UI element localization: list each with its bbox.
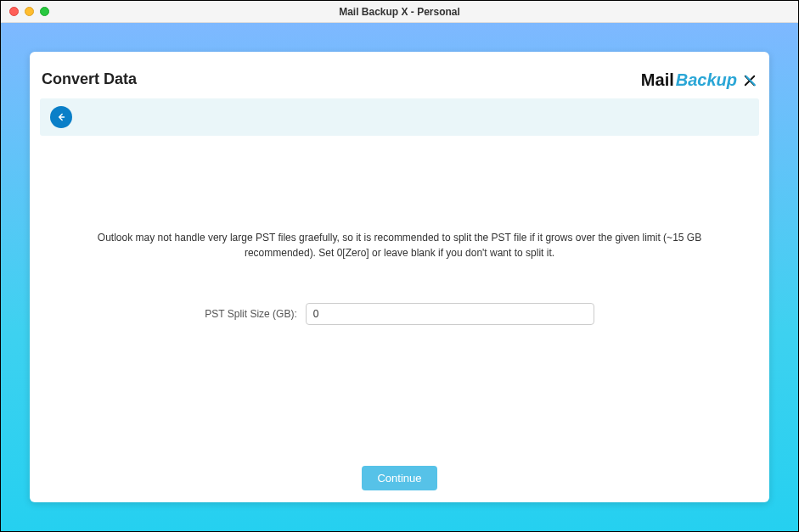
card-header: Convert Data Mail Backup [40, 64, 759, 98]
logo-x-icon [742, 73, 757, 88]
pst-split-label: PST Split Size (GB): [205, 308, 296, 320]
pst-split-input[interactable] [306, 303, 594, 325]
back-button[interactable] [50, 106, 72, 128]
main-body: Convert Data Mail Backup Outlook [1, 23, 798, 531]
pst-split-description: Outlook may not handle very large PST fi… [91, 230, 708, 260]
navigation-bar [40, 98, 759, 136]
app-logo: Mail Backup [641, 70, 757, 90]
logo-backup-text: Backup [676, 70, 737, 90]
window-title: Mail Backup X - Personal [1, 6, 798, 18]
window-maximize-button[interactable] [40, 7, 49, 16]
arrow-left-icon [55, 111, 67, 123]
content-card: Convert Data Mail Backup Outlook [30, 52, 769, 502]
window-title-bar: Mail Backup X - Personal [1, 1, 798, 23]
pst-split-row: PST Split Size (GB): [205, 303, 594, 325]
footer: Continue [40, 461, 759, 490]
continue-button[interactable]: Continue [362, 466, 436, 490]
content-area: Outlook may not handle very large PST fi… [40, 144, 759, 461]
logo-mail-text: Mail [641, 70, 674, 90]
window-traffic-lights [1, 7, 49, 16]
page-title: Convert Data [42, 70, 137, 88]
window-minimize-button[interactable] [25, 7, 34, 16]
window-close-button[interactable] [9, 7, 19, 16]
